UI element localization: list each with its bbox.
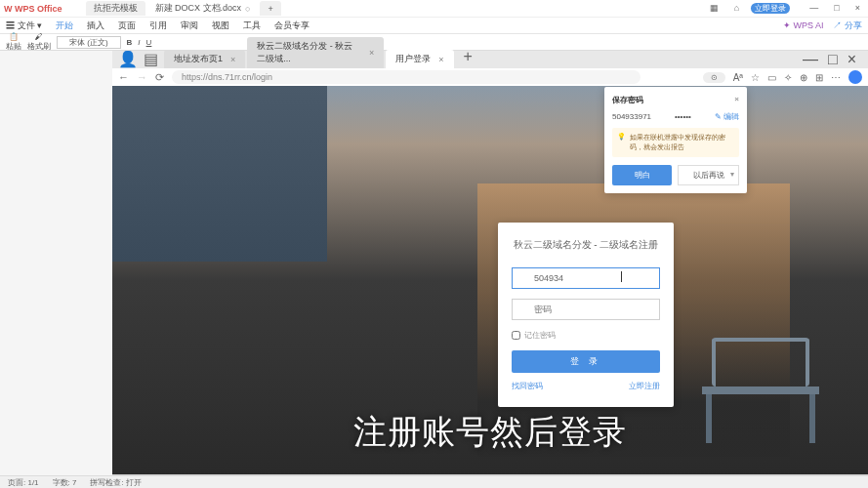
window-controls: ▦ ⌂ 立即登录 — □ × [706, 3, 864, 14]
more-icon[interactable]: ⋯ [831, 72, 841, 83]
file-menu[interactable]: ☰ 文件 ▾ [6, 20, 42, 32]
format-painter[interactable]: 🖌格式刷 [27, 32, 51, 52]
bg-decoration [692, 338, 829, 445]
popup-title: 保存密码 [612, 95, 643, 105]
browser-addressbar: ← → ⟳ https://dns.71rr.cn/login ⊙ Aª ☆ ▭… [112, 68, 868, 86]
remember-checkbox[interactable]: 记住密码 [512, 330, 660, 341]
reload-button[interactable]: ⟳ [155, 71, 164, 84]
login-title: 秋云二级域名分发 - 二级域名注册 [512, 238, 660, 252]
page-status: 页面: 1/1 [8, 477, 39, 488]
wps-ai[interactable]: ✦ WPS AI [783, 20, 824, 30]
close-icon[interactable]: ○ [245, 4, 250, 14]
browser-tabstrip: 👤 ▤ 地址发布页1× 秋云二级域名分发 - 秋云二级域...× 用户登录× +… [112, 51, 868, 68]
extension-icon[interactable] [848, 70, 862, 84]
wps-tab-add[interactable]: + [260, 1, 280, 16]
username-input[interactable] [512, 267, 660, 289]
login-button[interactable]: 立即登录 [751, 3, 790, 14]
wps-tab-template[interactable]: 抗拒壳模板 [86, 1, 145, 16]
italic-button[interactable]: I [138, 38, 140, 47]
browser-window: 👤 ▤ 地址发布页1× 秋云二级域名分发 - 秋云二级域...× 用户登录× +… [112, 51, 868, 475]
login-submit-button[interactable]: 登 录 [512, 350, 660, 373]
browser-window-controls: — □ × [797, 51, 862, 68]
maximize-icon[interactable]: □ [828, 51, 838, 68]
password-input[interactable] [512, 299, 660, 320]
wps-statusbar: 页面: 1/1 字数: 7 拼写检查: 打开 [0, 475, 868, 488]
underline-button[interactable]: U [146, 38, 152, 47]
chevron-down-icon: ▾ [730, 170, 734, 179]
ribbon-insert[interactable]: 插入 [87, 20, 104, 32]
minimize-icon[interactable]: — [806, 3, 822, 14]
saved-password-dots: •••••• [675, 112, 691, 121]
browser-tab-2[interactable]: 秋云二级域名分发 - 秋云二级域...× [247, 37, 384, 68]
wps-doc-tabs: 抗拒壳模板 新建 DOCX 文档.docx○ + [86, 1, 283, 16]
save-password-popup: 保存密码 × 504933971 •••••• ✎ 编辑 💡 如果在联机泄露中发… [604, 87, 747, 193]
browser-tab-3[interactable]: 用户登录× [386, 50, 453, 68]
text-cursor [621, 271, 622, 282]
close-icon[interactable]: × [847, 51, 856, 68]
wps-logo: W WPS Office [4, 4, 62, 14]
browser-tab-1[interactable]: 地址发布页1× [164, 50, 245, 68]
close-icon[interactable]: × [230, 55, 235, 64]
ribbon-review[interactable]: 审阅 [181, 20, 198, 32]
password-warning: 💡 如果在联机泄露中发现保存的密码，就会发出报告 [612, 128, 739, 157]
new-tab-button[interactable]: + [456, 45, 480, 68]
wps-toolbar: 📋粘贴 🖌格式刷 宋体 (正文) B I U [0, 34, 868, 51]
share-button[interactable]: ↗ 分享 [833, 20, 862, 32]
spellcheck-status: 拼写检查: 打开 [90, 477, 141, 488]
close-icon[interactable]: × [438, 55, 443, 64]
wps-tab-newdoc[interactable]: 新建 DOCX 文档.docx○ [147, 1, 259, 16]
ribbon-view[interactable]: 视图 [212, 20, 229, 32]
ribbon-vip[interactable]: 会员专享 [274, 20, 310, 32]
login-card: 秋云二级域名分发 - 二级域名注册 👤 🔒 记住密码 登 录 找回密码 立即注册 [498, 223, 674, 407]
ok-button[interactable]: 明白 [612, 165, 672, 185]
sidebar-icon[interactable]: ▤ [144, 50, 158, 68]
star-icon[interactable]: ☆ [751, 72, 760, 83]
bulb-icon: 💡 [617, 133, 626, 152]
ext-icon[interactable]: ⊞ [815, 72, 823, 83]
remember-box[interactable] [512, 331, 520, 340]
later-button[interactable]: 以后再说▾ [678, 165, 739, 185]
page-content: 秋云二级域名分发 - 二级域名注册 👤 🔒 记住密码 登 录 找回密码 立即注册 [112, 86, 868, 474]
url-input[interactable]: https://dns.71rr.cn/login [172, 70, 641, 84]
close-icon[interactable]: × [734, 95, 739, 105]
minimize-icon[interactable]: — [803, 51, 818, 68]
bg-decoration [112, 86, 327, 262]
video-subtitle: 注册账号然后登录 [353, 410, 627, 455]
maximize-icon[interactable]: □ [830, 3, 843, 14]
forgot-password-link[interactable]: 找回密码 [512, 381, 543, 391]
ribbon-page[interactable]: 页面 [118, 20, 136, 32]
wps-titlebar: W WPS Office 抗拒壳模板 新建 DOCX 文档.docx○ + ▦ … [0, 0, 868, 18]
paste-button[interactable]: 📋粘贴 [6, 32, 21, 52]
grid-icon[interactable]: ▦ [706, 3, 723, 14]
bold-button[interactable]: B [127, 38, 133, 47]
ribbon-tools[interactable]: 工具 [243, 20, 261, 32]
close-icon[interactable]: × [851, 3, 864, 14]
wps-ribbon: ☰ 文件 ▾ 开始 插入 页面 引用 审阅 视图 工具 会员专享 ✦ WPS A… [0, 18, 868, 34]
register-link[interactable]: 立即注册 [629, 381, 660, 391]
fav-icon[interactable]: ✧ [784, 72, 792, 83]
back-button[interactable]: ← [118, 71, 129, 83]
reader-button[interactable]: ⊙ [703, 72, 725, 83]
home-icon[interactable]: ⌂ [730, 3, 743, 14]
font-selector[interactable]: 宋体 (正文) [57, 36, 121, 49]
saved-username: 504933971 [612, 112, 651, 121]
ribbon-start[interactable]: 开始 [56, 20, 73, 32]
a-button[interactable]: Aª [733, 72, 743, 83]
ribbon-reference[interactable]: 引用 [149, 20, 167, 32]
download-icon[interactable]: ⊕ [800, 72, 807, 83]
word-count: 字数: 7 [53, 477, 77, 488]
collections-icon[interactable]: ▭ [767, 72, 776, 83]
edit-link[interactable]: ✎ 编辑 [715, 111, 739, 122]
forward-button[interactable]: → [137, 71, 147, 83]
close-icon[interactable]: × [369, 48, 374, 58]
profile-icon[interactable]: 👤 [118, 50, 138, 68]
